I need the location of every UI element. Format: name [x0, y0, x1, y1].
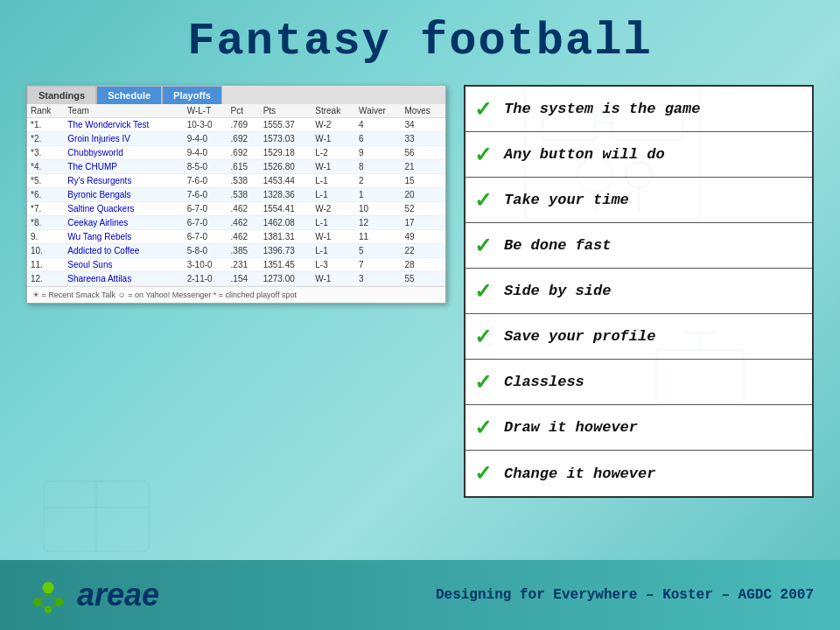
col-rank: Rank	[27, 104, 64, 118]
table-row: *5.Ry's Resurgents7-6-0.5381453.44L-1215	[27, 174, 445, 188]
checklist-item: ✓Draw it however	[466, 405, 812, 451]
table-legend: ☀ = Recent Smack Talk ☺ = on Yahoo! Mess…	[27, 286, 445, 303]
col-team: Team	[64, 104, 183, 118]
checklist-container: ✓The system is the game✓Any button will …	[464, 85, 814, 498]
tab-playoffs[interactable]: Playoffs	[162, 86, 222, 104]
bottom-tagline: Designing for Everywhere – Koster – AGDC…	[436, 587, 814, 603]
tab-schedule[interactable]: Schedule	[96, 86, 162, 104]
table-row: *2.Groin Injuries IV9-4-0.6921573.03W-16…	[27, 132, 445, 146]
checklist-item: ✓Take your time	[466, 178, 812, 223]
checklist-text: Save your profile	[504, 328, 655, 345]
table-row: *4.The CHUMP8-5-0.6151526.80W-1821	[27, 160, 445, 174]
page-title: Fantasy football	[0, 0, 840, 76]
col-pts: Pts	[260, 104, 312, 118]
check-mark-icon: ✓	[474, 370, 495, 395]
content-area: Standings Schedule Playoffs Rank Team W-…	[0, 76, 840, 507]
standings-container: Standings Schedule Playoffs Rank Team W-…	[26, 85, 446, 304]
checklist-text: Draw it however	[504, 419, 638, 436]
standings-table: Rank Team W-L-T Pct Pts Streak Waiver Mo…	[27, 104, 445, 286]
col-streak: Streak	[312, 104, 355, 118]
checklist-item: ✓The system is the game	[466, 87, 812, 132]
checklist-text: Side by side	[504, 283, 611, 299]
check-mark-icon: ✓	[474, 461, 495, 486]
svg-point-14	[42, 582, 53, 593]
col-wlt: W-L-T	[184, 104, 228, 118]
table-row: *1.The Wondervick Test10-3-0.7691555.37W…	[27, 118, 445, 132]
check-mark-icon: ✓	[474, 97, 495, 122]
checklist-text: The system is the game	[504, 101, 700, 117]
checklist-item: ✓Be done fast	[466, 223, 812, 269]
tab-bar: Standings Schedule Playoffs	[27, 86, 445, 104]
table-row: 11.Seoul Suns3-10-0.2311351.45L-3728	[27, 258, 445, 272]
table-row: 9.Wu Tang Rebels6-7-0.4621381.31W-11149	[27, 230, 445, 244]
checklist-item: ✓Side by side	[466, 269, 812, 314]
table-row: *6.Byronic Bengals7-6-0.5381328.36L-1120	[27, 188, 445, 202]
checklist-text: Take your time	[504, 192, 629, 208]
checklist-item: ✓Any button will do	[466, 132, 812, 178]
check-mark-icon: ✓	[474, 143, 495, 167]
checklist-text: Classless	[504, 374, 584, 390]
svg-line-18	[38, 593, 49, 602]
areae-logo-icon	[26, 573, 70, 617]
checklist-item: ✓Save your profile	[466, 314, 812, 360]
checklist-text: Be done fast	[504, 237, 611, 254]
table-row: *7.Saltine Quackers6-7-0.4621554.41W-210…	[27, 202, 445, 216]
check-mark-icon: ✓	[474, 279, 495, 304]
logo-area: areae	[26, 573, 159, 617]
checklist-text: Any button will do	[504, 146, 665, 163]
check-mark-icon: ✓	[474, 188, 495, 213]
table-row: *8.Ceekay Airlines6-7-0.4621462.08L-1121…	[27, 216, 445, 230]
table-row: 10.Addicted to Coffee5-8-0.3851396.73L-1…	[27, 244, 445, 258]
check-mark-icon: ✓	[474, 234, 495, 258]
check-mark-icon: ✓	[474, 325, 495, 349]
col-waiver: Waiver	[355, 104, 401, 118]
checklist-item: ✓Classless	[466, 360, 812, 405]
svg-line-19	[48, 593, 60, 602]
table-row: *3.Chubbysworld9-4-0.6921529.18L-2956	[27, 146, 445, 160]
logo-text: areae	[77, 577, 159, 613]
col-pct: Pct	[228, 104, 260, 118]
bottom-bar: areae Designing for Everywhere – Koster …	[0, 560, 840, 630]
check-mark-icon: ✓	[474, 416, 495, 440]
col-moves: Moves	[401, 104, 445, 118]
tab-standings[interactable]: Standings	[27, 86, 96, 104]
checklist-text: Change it however	[504, 466, 655, 482]
checklist-item: ✓Change it however	[466, 451, 812, 496]
table-row: 12.Shareena Attilas2-11-0.1541273.00W-13…	[27, 272, 445, 286]
